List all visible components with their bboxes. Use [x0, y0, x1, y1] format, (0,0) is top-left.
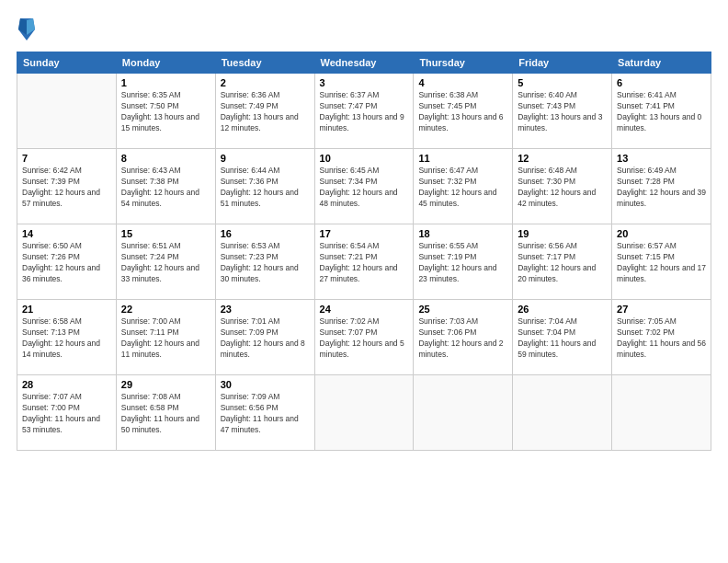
day-info: Sunrise: 6:47 AMSunset: 7:32 PMDaylight:… [418, 166, 507, 210]
calendar-cell: 22Sunrise: 7:00 AMSunset: 7:11 PMDayligh… [116, 300, 215, 375]
day-info: Sunrise: 6:44 AMSunset: 7:36 PMDaylight:… [221, 166, 310, 210]
calendar-cell: 12Sunrise: 6:48 AMSunset: 7:30 PMDayligh… [513, 149, 612, 224]
weekday-header: Saturday [612, 52, 711, 74]
calendar-cell: 18Sunrise: 6:55 AMSunset: 7:19 PMDayligh… [414, 224, 513, 300]
day-info: Sunrise: 7:07 AMSunset: 7:00 PMDaylight:… [22, 392, 111, 436]
weekday-header: Thursday [414, 52, 513, 74]
day-number: 17 [320, 228, 409, 239]
day-number: 8 [121, 153, 210, 164]
calendar-cell: 21Sunrise: 6:58 AMSunset: 7:13 PMDayligh… [17, 300, 117, 375]
calendar-week-row: 28Sunrise: 7:07 AMSunset: 7:00 PMDayligh… [17, 375, 711, 451]
day-number: 24 [320, 304, 409, 315]
day-number: 20 [617, 228, 706, 239]
weekday-header: Wednesday [314, 52, 414, 74]
day-number: 9 [221, 153, 310, 164]
calendar-cell: 8Sunrise: 6:43 AMSunset: 7:38 PMDaylight… [116, 149, 215, 224]
day-info: Sunrise: 6:54 AMSunset: 7:21 PMDaylight:… [320, 241, 409, 285]
calendar-cell: 1Sunrise: 6:35 AMSunset: 7:50 PMDaylight… [116, 74, 215, 149]
day-number: 29 [121, 379, 210, 390]
calendar-week-row: 21Sunrise: 6:58 AMSunset: 7:13 PMDayligh… [17, 300, 711, 375]
day-info: Sunrise: 7:05 AMSunset: 7:02 PMDaylight:… [617, 316, 706, 361]
page: SundayMondayTuesdayWednesdayThursdayFrid… [0, 0, 728, 563]
day-number: 26 [518, 304, 607, 315]
day-number: 5 [518, 77, 607, 88]
weekday-header: Monday [116, 52, 215, 74]
calendar-cell: 29Sunrise: 7:08 AMSunset: 6:58 PMDayligh… [116, 375, 215, 451]
day-info: Sunrise: 6:35 AMSunset: 7:50 PMDaylight:… [121, 90, 210, 134]
day-number: 19 [518, 228, 607, 239]
calendar-cell: 4Sunrise: 6:38 AMSunset: 7:45 PMDaylight… [414, 74, 513, 149]
day-number: 22 [121, 304, 210, 315]
day-info: Sunrise: 6:51 AMSunset: 7:24 PMDaylight:… [121, 241, 210, 285]
day-number: 3 [320, 77, 409, 88]
calendar-cell: 19Sunrise: 6:56 AMSunset: 7:17 PMDayligh… [513, 224, 612, 300]
day-info: Sunrise: 7:01 AMSunset: 7:09 PMDaylight:… [221, 316, 310, 361]
calendar-cell: 17Sunrise: 6:54 AMSunset: 7:21 PMDayligh… [314, 224, 414, 300]
calendar-cell: 3Sunrise: 6:37 AMSunset: 7:47 PMDaylight… [314, 74, 414, 149]
calendar-cell: 25Sunrise: 7:03 AMSunset: 7:06 PMDayligh… [414, 300, 513, 375]
day-number: 2 [221, 77, 310, 88]
day-number: 15 [121, 228, 210, 239]
weekday-header: Sunday [17, 52, 117, 74]
calendar-cell: 23Sunrise: 7:01 AMSunset: 7:09 PMDayligh… [215, 300, 314, 375]
calendar-cell: 6Sunrise: 6:41 AMSunset: 7:41 PMDaylight… [612, 74, 711, 149]
day-info: Sunrise: 6:49 AMSunset: 7:28 PMDaylight:… [617, 166, 706, 210]
weekday-header-row: SundayMondayTuesdayWednesdayThursdayFrid… [17, 52, 711, 74]
day-info: Sunrise: 6:38 AMSunset: 7:45 PMDaylight:… [418, 90, 507, 134]
day-number: 1 [121, 77, 210, 88]
weekday-header: Tuesday [215, 52, 314, 74]
day-info: Sunrise: 6:48 AMSunset: 7:30 PMDaylight:… [518, 166, 607, 210]
day-info: Sunrise: 6:40 AMSunset: 7:43 PMDaylight:… [518, 90, 607, 134]
calendar-cell: 15Sunrise: 6:51 AMSunset: 7:24 PMDayligh… [116, 224, 215, 300]
calendar-cell [17, 74, 117, 149]
day-info: Sunrise: 6:42 AMSunset: 7:39 PMDaylight:… [22, 166, 111, 210]
calendar-cell [414, 375, 513, 451]
calendar-cell [314, 375, 414, 451]
calendar-table: SundayMondayTuesdayWednesdayThursdayFrid… [17, 52, 711, 451]
day-info: Sunrise: 7:03 AMSunset: 7:06 PMDaylight:… [418, 316, 507, 361]
day-info: Sunrise: 7:08 AMSunset: 6:58 PMDaylight:… [121, 392, 210, 436]
calendar-cell: 26Sunrise: 7:04 AMSunset: 7:04 PMDayligh… [513, 300, 612, 375]
calendar-cell: 11Sunrise: 6:47 AMSunset: 7:32 PMDayligh… [414, 149, 513, 224]
day-number: 16 [221, 228, 310, 239]
calendar-cell: 13Sunrise: 6:49 AMSunset: 7:28 PMDayligh… [612, 149, 711, 224]
day-number: 11 [418, 153, 507, 164]
day-number: 7 [22, 153, 111, 164]
day-number: 14 [22, 228, 111, 239]
calendar-cell: 2Sunrise: 6:36 AMSunset: 7:49 PMDaylight… [215, 74, 314, 149]
day-number: 21 [22, 304, 111, 315]
day-info: Sunrise: 6:56 AMSunset: 7:17 PMDaylight:… [518, 241, 607, 285]
day-number: 27 [617, 304, 706, 315]
day-info: Sunrise: 6:57 AMSunset: 7:15 PMDaylight:… [617, 241, 706, 285]
weekday-header: Friday [513, 52, 612, 74]
calendar-week-row: 14Sunrise: 6:50 AMSunset: 7:26 PMDayligh… [17, 224, 711, 300]
calendar-cell: 9Sunrise: 6:44 AMSunset: 7:36 PMDaylight… [215, 149, 314, 224]
logo-icon [17, 17, 37, 42]
day-info: Sunrise: 6:37 AMSunset: 7:47 PMDaylight:… [320, 90, 409, 134]
day-info: Sunrise: 7:00 AMSunset: 7:11 PMDaylight:… [121, 316, 210, 361]
day-info: Sunrise: 7:09 AMSunset: 6:56 PMDaylight:… [221, 392, 310, 436]
day-info: Sunrise: 6:36 AMSunset: 7:49 PMDaylight:… [221, 90, 310, 134]
day-info: Sunrise: 6:45 AMSunset: 7:34 PMDaylight:… [320, 166, 409, 210]
day-info: Sunrise: 6:41 AMSunset: 7:41 PMDaylight:… [617, 90, 706, 134]
calendar-cell: 24Sunrise: 7:02 AMSunset: 7:07 PMDayligh… [314, 300, 414, 375]
day-info: Sunrise: 7:02 AMSunset: 7:07 PMDaylight:… [320, 316, 409, 361]
day-info: Sunrise: 7:04 AMSunset: 7:04 PMDaylight:… [518, 316, 607, 361]
day-number: 23 [221, 304, 310, 315]
header [17, 17, 711, 42]
day-number: 10 [320, 153, 409, 164]
day-info: Sunrise: 6:43 AMSunset: 7:38 PMDaylight:… [121, 166, 210, 210]
day-number: 6 [617, 77, 706, 88]
calendar-cell [513, 375, 612, 451]
calendar-cell: 14Sunrise: 6:50 AMSunset: 7:26 PMDayligh… [17, 224, 117, 300]
day-number: 13 [617, 153, 706, 164]
day-number: 12 [518, 153, 607, 164]
calendar-cell: 10Sunrise: 6:45 AMSunset: 7:34 PMDayligh… [314, 149, 414, 224]
calendar-week-row: 7Sunrise: 6:42 AMSunset: 7:39 PMDaylight… [17, 149, 711, 224]
calendar-cell: 30Sunrise: 7:09 AMSunset: 6:56 PMDayligh… [215, 375, 314, 451]
calendar-cell: 28Sunrise: 7:07 AMSunset: 7:00 PMDayligh… [17, 375, 117, 451]
day-info: Sunrise: 6:53 AMSunset: 7:23 PMDaylight:… [221, 241, 310, 285]
day-info: Sunrise: 6:58 AMSunset: 7:13 PMDaylight:… [22, 316, 111, 361]
calendar-week-row: 1Sunrise: 6:35 AMSunset: 7:50 PMDaylight… [17, 74, 711, 149]
day-number: 18 [418, 228, 507, 239]
